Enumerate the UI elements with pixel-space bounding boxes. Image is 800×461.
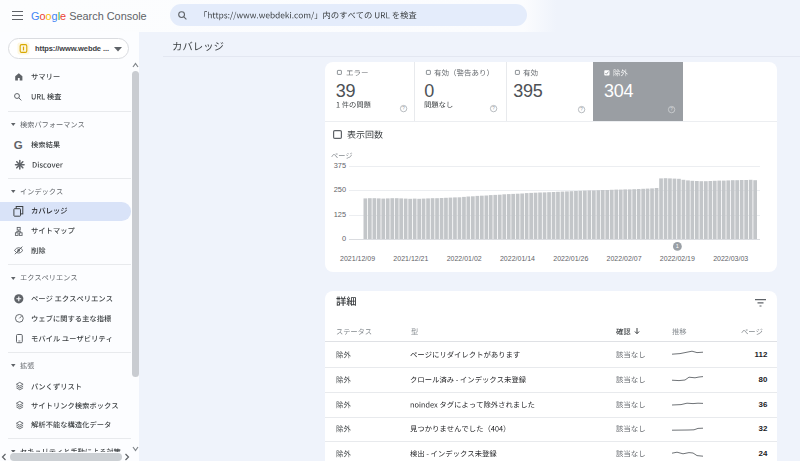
svg-text:1: 1 — [675, 243, 678, 249]
